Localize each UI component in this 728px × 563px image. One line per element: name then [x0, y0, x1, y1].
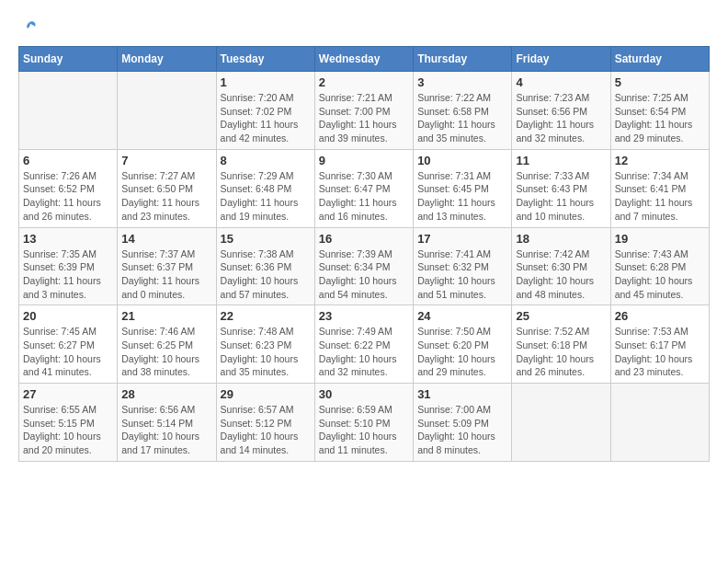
- day-info: Sunrise: 7:52 AM Sunset: 6:18 PM Dayligh…: [516, 325, 606, 379]
- calendar-week-row: 20Sunrise: 7:45 AM Sunset: 6:27 PM Dayli…: [19, 305, 710, 384]
- logo-bird-icon: [20, 18, 39, 37]
- calendar-cell: 29Sunrise: 6:57 AM Sunset: 5:12 PM Dayli…: [216, 384, 314, 462]
- day-info: Sunrise: 7:34 AM Sunset: 6:41 PM Dayligh…: [615, 169, 705, 224]
- calendar-cell: 20Sunrise: 7:45 AM Sunset: 6:27 PM Dayli…: [19, 305, 118, 384]
- calendar-table: SundayMondayTuesdayWednesdayThursdayFrid…: [18, 46, 710, 462]
- day-info: Sunrise: 7:26 AM Sunset: 6:52 PM Dayligh…: [23, 169, 113, 224]
- day-info: Sunrise: 7:00 AM Sunset: 5:09 PM Dayligh…: [417, 403, 507, 457]
- calendar-cell: 7Sunrise: 7:27 AM Sunset: 6:50 PM Daylig…: [118, 149, 216, 227]
- calendar-cell: 11Sunrise: 7:33 AM Sunset: 6:43 PM Dayli…: [512, 149, 610, 227]
- day-info: Sunrise: 7:48 AM Sunset: 6:23 PM Dayligh…: [221, 325, 311, 379]
- day-number: 20: [23, 309, 113, 323]
- calendar-cell: 9Sunrise: 7:30 AM Sunset: 6:47 PM Daylig…: [314, 149, 413, 227]
- day-info: Sunrise: 6:59 AM Sunset: 5:10 PM Dayligh…: [319, 403, 409, 457]
- logo: [18, 18, 39, 37]
- day-number: 14: [121, 232, 211, 246]
- day-number: 3: [417, 75, 507, 89]
- day-number: 23: [319, 309, 409, 323]
- day-number: 27: [23, 387, 113, 401]
- day-number: 13: [23, 232, 113, 246]
- day-info: Sunrise: 7:31 AM Sunset: 6:45 PM Dayligh…: [417, 169, 507, 224]
- day-number: 17: [417, 232, 507, 246]
- day-number: 2: [319, 75, 409, 89]
- day-header-friday: Friday: [512, 47, 610, 72]
- calendar-cell: 19Sunrise: 7:43 AM Sunset: 6:28 PM Dayli…: [610, 227, 709, 305]
- day-info: Sunrise: 7:43 AM Sunset: 6:28 PM Dayligh…: [615, 247, 705, 302]
- day-number: 11: [516, 154, 606, 167]
- calendar-cell: 8Sunrise: 7:29 AM Sunset: 6:48 PM Daylig…: [216, 149, 314, 227]
- calendar-cell: 28Sunrise: 6:56 AM Sunset: 5:14 PM Dayli…: [118, 384, 216, 462]
- day-number: 26: [615, 309, 705, 323]
- calendar-week-row: 27Sunrise: 6:55 AM Sunset: 5:15 PM Dayli…: [19, 384, 710, 462]
- calendar-cell: 18Sunrise: 7:42 AM Sunset: 6:30 PM Dayli…: [512, 227, 610, 305]
- day-number: 22: [221, 309, 311, 323]
- day-number: 7: [121, 154, 211, 167]
- day-info: Sunrise: 7:46 AM Sunset: 6:25 PM Dayligh…: [121, 325, 211, 379]
- day-number: 25: [516, 309, 606, 323]
- calendar-cell: [19, 72, 118, 150]
- day-number: 16: [319, 232, 409, 246]
- calendar-cell: 25Sunrise: 7:52 AM Sunset: 6:18 PM Dayli…: [512, 305, 610, 384]
- calendar-cell: [118, 72, 216, 150]
- calendar-cell: [610, 384, 709, 462]
- day-info: Sunrise: 7:53 AM Sunset: 6:17 PM Dayligh…: [615, 325, 705, 379]
- calendar-cell: 22Sunrise: 7:48 AM Sunset: 6:23 PM Dayli…: [216, 305, 314, 384]
- day-info: Sunrise: 7:29 AM Sunset: 6:48 PM Dayligh…: [221, 169, 311, 224]
- calendar-cell: 2Sunrise: 7:21 AM Sunset: 7:00 PM Daylig…: [314, 72, 413, 150]
- calendar-cell: 12Sunrise: 7:34 AM Sunset: 6:41 PM Dayli…: [610, 149, 709, 227]
- calendar-cell: 26Sunrise: 7:53 AM Sunset: 6:17 PM Dayli…: [610, 305, 709, 384]
- day-number: 30: [319, 387, 409, 401]
- day-number: 4: [516, 75, 606, 89]
- day-info: Sunrise: 7:39 AM Sunset: 6:34 PM Dayligh…: [319, 247, 409, 302]
- day-number: 9: [319, 154, 409, 167]
- calendar-cell: 6Sunrise: 7:26 AM Sunset: 6:52 PM Daylig…: [19, 149, 118, 227]
- calendar-cell: 23Sunrise: 7:49 AM Sunset: 6:22 PM Dayli…: [314, 305, 413, 384]
- calendar-cell: 3Sunrise: 7:22 AM Sunset: 6:58 PM Daylig…: [414, 72, 512, 150]
- day-info: Sunrise: 7:22 AM Sunset: 6:58 PM Dayligh…: [417, 91, 507, 145]
- day-info: Sunrise: 7:37 AM Sunset: 6:37 PM Dayligh…: [121, 247, 211, 302]
- calendar-cell: 17Sunrise: 7:41 AM Sunset: 6:32 PM Dayli…: [414, 227, 512, 305]
- day-number: 6: [23, 154, 113, 167]
- day-info: Sunrise: 7:38 AM Sunset: 6:36 PM Dayligh…: [221, 247, 311, 302]
- day-info: Sunrise: 7:30 AM Sunset: 6:47 PM Dayligh…: [319, 169, 409, 224]
- calendar-week-row: 6Sunrise: 7:26 AM Sunset: 6:52 PM Daylig…: [19, 149, 710, 227]
- day-info: Sunrise: 7:23 AM Sunset: 6:56 PM Dayligh…: [516, 91, 606, 145]
- calendar-cell: 16Sunrise: 7:39 AM Sunset: 6:34 PM Dayli…: [314, 227, 413, 305]
- day-info: Sunrise: 7:20 AM Sunset: 7:02 PM Dayligh…: [221, 91, 311, 145]
- day-number: 10: [417, 154, 507, 167]
- day-info: Sunrise: 7:42 AM Sunset: 6:30 PM Dayligh…: [516, 247, 606, 302]
- day-header-saturday: Saturday: [610, 47, 709, 72]
- day-header-sunday: Sunday: [19, 47, 118, 72]
- calendar-week-row: 1Sunrise: 7:20 AM Sunset: 7:02 PM Daylig…: [19, 72, 710, 150]
- day-info: Sunrise: 7:33 AM Sunset: 6:43 PM Dayligh…: [516, 169, 606, 224]
- day-header-thursday: Thursday: [414, 47, 512, 72]
- calendar-cell: 27Sunrise: 6:55 AM Sunset: 5:15 PM Dayli…: [19, 384, 118, 462]
- day-number: 29: [221, 387, 311, 401]
- day-info: Sunrise: 7:41 AM Sunset: 6:32 PM Dayligh…: [417, 247, 507, 302]
- calendar-cell: 13Sunrise: 7:35 AM Sunset: 6:39 PM Dayli…: [19, 227, 118, 305]
- calendar-week-row: 13Sunrise: 7:35 AM Sunset: 6:39 PM Dayli…: [19, 227, 710, 305]
- day-info: Sunrise: 6:56 AM Sunset: 5:14 PM Dayligh…: [121, 403, 211, 457]
- calendar-cell: 24Sunrise: 7:50 AM Sunset: 6:20 PM Dayli…: [414, 305, 512, 384]
- day-header-tuesday: Tuesday: [216, 47, 314, 72]
- day-info: Sunrise: 7:21 AM Sunset: 7:00 PM Dayligh…: [319, 91, 409, 145]
- calendar-cell: 30Sunrise: 6:59 AM Sunset: 5:10 PM Dayli…: [314, 384, 413, 462]
- day-header-wednesday: Wednesday: [314, 47, 413, 72]
- calendar-header-row: SundayMondayTuesdayWednesdayThursdayFrid…: [19, 47, 710, 72]
- day-number: 15: [221, 232, 311, 246]
- day-info: Sunrise: 6:57 AM Sunset: 5:12 PM Dayligh…: [221, 403, 311, 457]
- day-number: 12: [615, 154, 705, 167]
- day-info: Sunrise: 7:50 AM Sunset: 6:20 PM Dayligh…: [417, 325, 507, 379]
- calendar-cell: 14Sunrise: 7:37 AM Sunset: 6:37 PM Dayli…: [118, 227, 216, 305]
- calendar-cell: 5Sunrise: 7:25 AM Sunset: 6:54 PM Daylig…: [610, 72, 709, 150]
- day-info: Sunrise: 7:35 AM Sunset: 6:39 PM Dayligh…: [23, 247, 113, 302]
- day-info: Sunrise: 7:27 AM Sunset: 6:50 PM Dayligh…: [121, 169, 211, 224]
- day-info: Sunrise: 7:49 AM Sunset: 6:22 PM Dayligh…: [319, 325, 409, 379]
- calendar-cell: 21Sunrise: 7:46 AM Sunset: 6:25 PM Dayli…: [118, 305, 216, 384]
- day-number: 24: [417, 309, 507, 323]
- calendar-cell: 31Sunrise: 7:00 AM Sunset: 5:09 PM Dayli…: [414, 384, 512, 462]
- calendar-cell: 4Sunrise: 7:23 AM Sunset: 6:56 PM Daylig…: [512, 72, 610, 150]
- calendar-cell: 1Sunrise: 7:20 AM Sunset: 7:02 PM Daylig…: [216, 72, 314, 150]
- day-header-monday: Monday: [118, 47, 216, 72]
- calendar-cell: 15Sunrise: 7:38 AM Sunset: 6:36 PM Dayli…: [216, 227, 314, 305]
